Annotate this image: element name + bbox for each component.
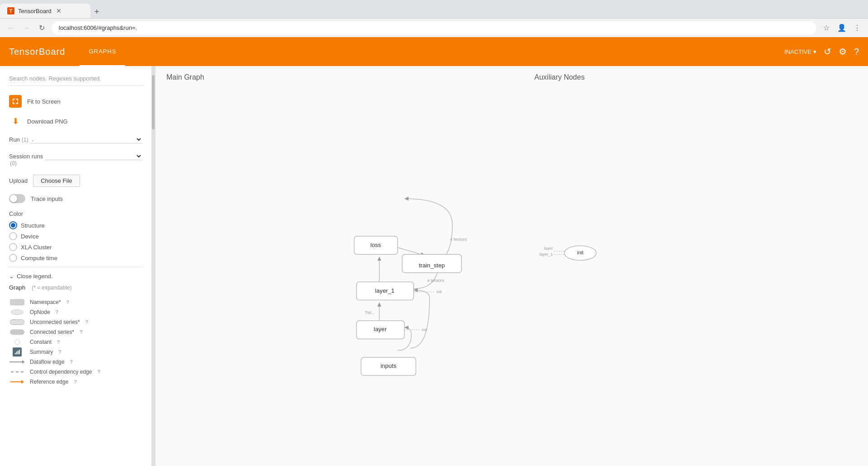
upload-label: Upload — [9, 177, 28, 184]
app-header: TensorBoard GRAPHS INACTIVE ▾ ↺ ⚙ ? — [0, 37, 868, 66]
svg-rect-7 — [17, 102, 18, 104]
aux-node-init[interactable]: init — [577, 250, 583, 255]
forward-button[interactable]: → — [21, 23, 32, 33]
refresh-icon[interactable]: ↺ — [824, 46, 831, 57]
color-structure-option[interactable]: Structure — [9, 220, 142, 231]
color-label: Color — [9, 210, 142, 217]
svg-text:init: init — [436, 290, 442, 294]
color-xla-radio[interactable] — [9, 243, 17, 251]
choose-file-button[interactable]: Choose File — [33, 175, 80, 187]
trace-inputs-toggle[interactable] — [9, 194, 25, 203]
run-select[interactable]: . — [30, 136, 142, 143]
legend-constant: Constant ? — [9, 337, 142, 347]
star-icon[interactable]: ☆ — [821, 23, 832, 33]
active-tab[interactable]: T TensorBoard ✕ — [0, 4, 90, 18]
graph-svg[interactable]: 4 tensors 4 tensors TW... — [156, 84, 868, 466]
svg-text:4 tensors: 4 tensors — [427, 278, 444, 283]
sidebar-content: Fit to Screen ⬇ Download PNG Run (1) — [0, 66, 151, 466]
legend-reference: Reference edge ? — [9, 377, 142, 387]
color-compute-label: Compute time — [21, 255, 57, 262]
svg-rect-8 — [15, 353, 16, 354]
unconnected-label: Unconnected series* — [30, 319, 80, 325]
connected-icon — [9, 328, 25, 336]
new-tab-button[interactable]: + — [90, 5, 103, 18]
trace-inputs-row: Trace inputs — [7, 190, 144, 207]
constant-badge[interactable]: ? — [57, 339, 60, 345]
connected-badge[interactable]: ? — [80, 329, 82, 335]
settings-icon[interactable]: ⚙ — [839, 46, 847, 57]
inactive-dropdown[interactable]: INACTIVE ▾ — [784, 48, 816, 55]
namespace-badge[interactable]: ? — [66, 300, 69, 305]
color-section: Color Structure Device — [7, 207, 144, 267]
connected-label: Connected series* — [30, 329, 74, 335]
legend-summary: Summary ? — [9, 347, 142, 357]
reference-icon — [9, 378, 25, 385]
namespace-icon — [9, 299, 25, 306]
constant-icon — [9, 338, 25, 346]
fit-to-screen-button[interactable]: Fit to Screen — [7, 91, 144, 111]
color-xla-label: XLA Cluster — [21, 244, 52, 251]
node-layer-1[interactable]: layer_1 — [375, 287, 395, 294]
color-structure-radio[interactable] — [9, 221, 17, 229]
profile-icon[interactable]: 👤 — [836, 23, 847, 33]
reference-label: Reference edge — [30, 379, 68, 385]
dataflow-label: Dataflow edge — [30, 359, 65, 365]
color-device-radio[interactable] — [9, 232, 17, 240]
constant-label: Constant — [30, 339, 52, 345]
svg-rect-3 — [17, 99, 18, 101]
control-icon — [9, 368, 25, 376]
color-compute-option[interactable]: Compute time — [9, 252, 142, 263]
help-icon[interactable]: ? — [854, 47, 859, 57]
app: TensorBoard GRAPHS INACTIVE ▾ ↺ ⚙ ? — [0, 37, 868, 466]
opnode-badge[interactable]: ? — [56, 309, 58, 315]
node-loss[interactable]: loss — [370, 242, 381, 248]
summary-icon — [9, 348, 25, 356]
download-png-button[interactable]: ⬇ Download PNG — [7, 111, 144, 131]
scrollbar-thumb[interactable] — [152, 75, 155, 129]
graph-area[interactable]: Main Graph Auxiliary Nodes — [156, 66, 868, 466]
color-device-option[interactable]: Device — [9, 231, 142, 242]
control-badge[interactable]: ? — [97, 369, 100, 375]
tab-close-button[interactable]: ✕ — [55, 7, 62, 14]
trace-inputs-label: Trace inputs — [31, 195, 63, 202]
legend-control: Control dependency edge ? — [9, 367, 142, 377]
unconnected-badge[interactable]: ? — [85, 319, 88, 325]
session-runs-select[interactable] — [45, 152, 142, 160]
reload-button[interactable]: ↻ — [36, 23, 47, 33]
node-train-step[interactable]: train_step — [419, 262, 445, 269]
reference-badge[interactable]: ? — [74, 379, 76, 385]
tab-title: TensorBoard — [18, 8, 52, 14]
node-layer[interactable]: layer — [374, 326, 387, 333]
menu-icon[interactable]: ⋮ — [852, 23, 863, 33]
dataflow-badge[interactable]: ? — [70, 359, 73, 365]
unconnected-icon — [9, 319, 25, 326]
svg-text:layer: layer — [544, 246, 553, 251]
node-inputs[interactable]: inputs — [381, 362, 396, 369]
run-count: (1) — [22, 137, 28, 143]
legend-dataflow: Dataflow edge ? — [9, 357, 142, 367]
legend-connected: Connected series* ? — [9, 327, 142, 337]
search-input[interactable] — [7, 71, 144, 86]
download-png-label: Download PNG — [27, 118, 68, 125]
legend-namespace: Namespace* ? — [9, 297, 142, 307]
sidebar-scrollbar[interactable] — [151, 66, 155, 466]
svg-text:TW...: TW... — [365, 310, 374, 315]
nav-link-graphs[interactable]: GRAPHS — [80, 37, 125, 66]
svg-rect-9 — [16, 352, 17, 354]
svg-rect-10 — [18, 351, 19, 354]
color-xla-option[interactable]: XLA Cluster — [9, 242, 142, 252]
color-compute-radio[interactable] — [9, 254, 17, 262]
close-legend-button[interactable]: ⌄ Close legend. — [9, 273, 142, 280]
control-label: Control dependency edge — [30, 369, 92, 375]
summary-badge[interactable]: ? — [58, 349, 61, 355]
opnode-label: OpNode — [30, 309, 50, 315]
back-button[interactable]: ← — [5, 23, 16, 33]
legend-unconnected: Unconnected series* ? — [9, 317, 142, 327]
tab-bar: T TensorBoard ✕ + — [0, 0, 868, 18]
main-graph-label: Main Graph — [166, 73, 204, 81]
session-runs-count: (0) — [9, 160, 142, 166]
url-bar[interactable]: localhost:6006/#graphs&run=. — [52, 21, 816, 35]
dataflow-icon — [9, 358, 25, 366]
summary-label: Summary — [30, 349, 53, 355]
legend-section: ⌄ Close legend. Graph (* = expandable) — [7, 267, 144, 392]
